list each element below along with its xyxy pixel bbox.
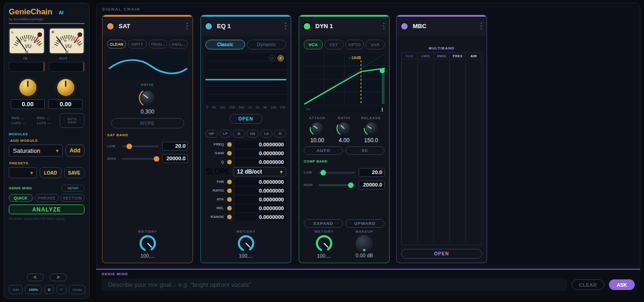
dyn-low-slider[interactable] [319,172,355,174]
eq-band-hp[interactable]: HP [205,130,218,138]
band-column-air[interactable]: AIR [466,53,481,245]
save-preset-button[interactable]: SAVE [64,167,85,178]
phrase-mode-button[interactable]: PHRASE [35,194,59,202]
c-button[interactable]: C [44,285,54,294]
band-column-lmid[interactable]: LMID [418,53,434,245]
eq-mode-dynamic[interactable]: Dynamic [247,40,287,49]
expand-button[interactable]: EXPAND [304,219,343,228]
eq-wetdry-knob[interactable] [236,234,256,253]
mbc-power-led[interactable] [401,23,408,30]
eq-freq-value[interactable]: 0.0000000 [235,141,286,148]
sat-mode-clean[interactable]: CLEAN [107,40,126,48]
band-column-hmid[interactable]: HMID [434,53,450,245]
zoom-level-button[interactable]: 100% [25,285,42,294]
eq-mode-classic[interactable]: Classic [205,40,245,49]
section-mode-button[interactable]: SECTION [60,194,84,202]
dyn-power-led[interactable] [304,23,310,30]
ratio-knob[interactable] [336,120,352,137]
sat-mode-dirty[interactable]: DIRTY [128,40,147,48]
eq-range-knob[interactable] [227,215,232,219]
dyn-high-slider[interactable] [319,184,355,186]
next-button[interactable]: > [50,273,67,281]
dyn-mode-fet[interactable]: FET [325,40,343,49]
sat-high-value[interactable]: 20000.0 [162,154,188,163]
mix-goal-input[interactable] [102,278,567,291]
clear-button[interactable]: CLEAR [572,279,604,290]
eq-open-button[interactable]: OPEN [229,114,263,124]
ratio-value[interactable]: 4.00 [339,137,349,144]
mbc-open-button[interactable]: OPEN [401,249,482,259]
menu-dots-icon[interactable] [187,23,188,30]
sat-low-slider[interactable] [122,145,159,147]
dyn-wetdry-value[interactable]: 100.... [317,253,331,259]
preset-select[interactable]: ▾ [9,167,37,178]
sat-power-led[interactable] [107,23,114,30]
eq-curve-display[interactable]: F P [205,53,286,105]
dyn-mode-var[interactable]: VAR [366,40,385,49]
stereo-mid-toggle[interactable]: S/M [9,285,23,294]
menu-dots-icon[interactable] [285,23,286,30]
band-column-pres[interactable]: PRES [450,53,466,245]
input-trim-knob[interactable] [19,79,36,96]
band-column-sub[interactable]: SUB [402,53,418,245]
dyn-wetdry-knob[interactable] [314,234,334,253]
drive-value[interactable]: 0.300 [107,109,188,115]
eq-slope-select[interactable]: 12 dB/oct ▾ [233,167,286,176]
eq-ratio-value[interactable]: 0.0000000 [235,187,286,194]
eq-wetdry-value[interactable]: 100.... [239,253,253,259]
dyn-high-value[interactable]: 20000.0 [359,181,385,189]
eq-p-button[interactable]: P [277,55,284,61]
compressor-curve-display[interactable]: -18dB [304,53,385,105]
sat-mode-analog[interactable]: ANAL... [169,40,188,48]
eq-thr-value[interactable]: 0.0000000 [235,178,286,186]
menu-dots-icon[interactable] [383,23,385,30]
sat-high-slider[interactable] [122,158,159,160]
eq-band-bell[interactable]: B [233,130,245,138]
input-trim-value[interactable]: 0.00 [11,99,45,109]
p-button[interactable]: P [56,285,66,294]
eq-band-r[interactable]: R [274,130,286,138]
dyn-mode-vca[interactable]: VCA [304,40,323,49]
makeup-value[interactable]: 0.00 dB [355,253,373,258]
auto-gain-button[interactable]: AUTO GAIN [60,113,84,128]
undo-button[interactable]: Undo [69,285,85,294]
sat-low-value[interactable]: 20.0 [162,142,188,151]
output-trim-value[interactable]: 0.00 [48,99,83,109]
dyn-low-value[interactable]: 20.0 [359,168,385,177]
getapi-button[interactable]: GETAPI [61,185,84,192]
eq-range-value[interactable]: 0.0000000 [235,213,286,221]
eq-atk-value[interactable]: 0.0000000 [235,196,286,203]
dyn-mode-opto[interactable]: OPTO [345,40,364,49]
ask-button[interactable]: ASK [609,279,635,290]
eq-atk-knob[interactable] [227,197,232,202]
quick-mode-button[interactable]: QUICK [9,194,33,202]
auto-release-button[interactable]: AUTO [304,146,343,155]
sidechain-button[interactable]: SC [345,146,385,155]
module-type-select[interactable]: Saturation ▾ [9,145,63,157]
eq-rel-knob[interactable] [227,206,232,211]
eq-q-value[interactable]: 0.0000000 [235,158,286,166]
release-value[interactable]: 150.0 [364,137,378,144]
prev-button[interactable]: < [27,273,44,281]
eq-thr-knob[interactable] [227,180,232,184]
eq-rel-value[interactable]: 0.0000000 [235,205,286,212]
makeup-knob[interactable] [355,235,373,253]
attack-knob[interactable] [309,120,325,137]
menu-dots-icon[interactable] [481,23,482,30]
drive-knob[interactable] [138,88,158,108]
sat-mode-transformer[interactable]: TRAN... [149,40,168,48]
eq-freq-knob[interactable] [227,142,232,147]
add-module-button[interactable]: Add [66,145,84,157]
eq-gain-knob[interactable] [227,151,232,156]
sat-wetdry-value[interactable]: 100.... [140,253,155,259]
sat-wetdry-knob[interactable] [138,234,157,253]
eq-band-lp[interactable]: LP [219,130,232,138]
eq-band-ls[interactable]: LS [260,130,273,138]
analyze-button[interactable]: ANALYZE [9,205,84,214]
eq-f-button[interactable]: F [269,55,276,61]
attack-value[interactable]: 10.00 [310,137,324,144]
output-trim-knob[interactable] [57,79,74,96]
release-knob[interactable] [363,120,379,137]
eq-power-led[interactable] [205,23,212,30]
eq-ratio-knob[interactable] [227,188,232,193]
